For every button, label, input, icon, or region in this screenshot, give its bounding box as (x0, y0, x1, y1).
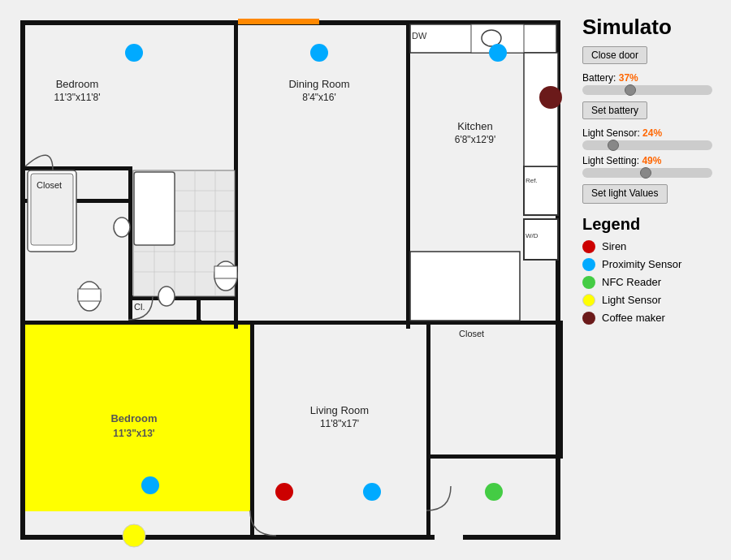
svg-rect-27 (426, 454, 560, 459)
svg-text:Bedroom: Bedroom (56, 78, 99, 90)
light-setting-pct: 49% (642, 155, 661, 166)
light-sensor-slider[interactable] (582, 140, 712, 150)
svg-rect-55 (214, 266, 237, 278)
proximity-sensor-bedroom2 (141, 476, 159, 494)
battery-label: Battery: 37% (582, 72, 721, 84)
svg-rect-38 (410, 252, 520, 321)
svg-text:11'8"x17': 11'8"x17' (320, 418, 359, 429)
battery-pct: 37% (619, 72, 638, 84)
legend-coffee: Coffee maker (582, 312, 721, 325)
legend-siren-label: Siren (602, 240, 626, 252)
svg-text:Kitchen: Kitchen (457, 120, 492, 132)
legend-proximity-label: Proximity Sensor (602, 258, 681, 270)
nfc-dot (582, 276, 595, 289)
svg-text:W/D: W/D (526, 232, 539, 239)
light-sensor-bottom (123, 524, 145, 547)
svg-rect-19 (24, 166, 28, 170)
svg-rect-21 (128, 166, 132, 203)
close-door-button[interactable]: Close door (582, 46, 647, 64)
svg-rect-4 (20, 535, 435, 540)
svg-rect-3 (20, 20, 25, 540)
svg-text:Bedroom: Bedroom (110, 412, 157, 424)
siren-dot (582, 240, 595, 253)
svg-rect-57 (134, 172, 175, 245)
svg-text:Closet: Closet (459, 329, 484, 338)
legend-nfc-label: NFC Reader (602, 276, 661, 288)
light-setting-label: Light Setting: 49% (582, 155, 721, 166)
svg-rect-13 (238, 19, 319, 24)
proximity-sensor-kitchen-top (489, 44, 507, 62)
svg-text:8'4"x16': 8'4"x16' (302, 92, 336, 103)
svg-rect-42 (78, 289, 101, 301)
light-sensor-pct: 24% (642, 127, 662, 139)
svg-text:11'3"x11'8': 11'3"x11'8' (54, 92, 100, 103)
battery-slider[interactable] (582, 85, 712, 95)
sidebar: Simulato Close door Battery: 37% Set bat… (573, 8, 731, 336)
svg-rect-35 (524, 53, 558, 166)
svg-rect-29 (524, 166, 558, 215)
svg-text:Ref.: Ref. (526, 177, 538, 184)
floor-plan: Ref. W/D DW Closet Cl. Closet (8, 8, 569, 548)
svg-rect-10 (426, 321, 430, 540)
svg-rect-28 (559, 321, 563, 459)
legend-light-sensor: Light Sensor (582, 294, 721, 307)
proximity-sensor-bedroom-top (125, 44, 143, 62)
legend-siren: Siren (582, 240, 721, 253)
legend-coffee-label: Coffee maker (602, 312, 665, 324)
legend-proximity: Proximity Sensor (582, 258, 721, 271)
light-sensor-dot (582, 294, 595, 307)
svg-text:6'8"x12'9': 6'8"x12'9' (455, 134, 496, 145)
svg-rect-24 (197, 295, 201, 324)
svg-rect-26 (250, 321, 254, 536)
svg-text:Dining Room: Dining Room (288, 78, 349, 90)
proximity-dot (582, 258, 595, 271)
nfc-reader-living (485, 483, 503, 501)
app-title: Simulato (582, 15, 721, 40)
svg-text:Closet: Closet (37, 180, 62, 190)
legend-light-sensor-label: Light Sensor (602, 294, 661, 306)
legend-title: Legend (582, 215, 721, 234)
svg-rect-25 (128, 320, 201, 324)
svg-rect-5 (463, 535, 560, 540)
coffee-dot (582, 312, 595, 325)
svg-text:Cl.: Cl. (134, 302, 145, 312)
svg-point-43 (114, 218, 130, 237)
coffee-maker-kitchen (539, 86, 562, 109)
svg-rect-8 (20, 321, 406, 325)
proximity-sensor-living (363, 483, 381, 501)
svg-rect-31 (524, 219, 558, 260)
svg-point-56 (158, 286, 175, 306)
svg-text:11'3"x13': 11'3"x13' (113, 428, 155, 439)
siren-living (275, 483, 293, 501)
proximity-sensor-dining-top (310, 44, 328, 62)
set-battery-button[interactable]: Set battery (582, 101, 647, 119)
svg-text:Living Room: Living Room (310, 404, 369, 416)
set-light-button[interactable]: Set light Values (582, 184, 668, 204)
light-setting-slider[interactable] (582, 168, 712, 178)
svg-text:DW: DW (412, 31, 427, 41)
legend-nfc: NFC Reader (582, 276, 721, 289)
light-sensor-label: Light Sensor: 24% (582, 127, 721, 139)
